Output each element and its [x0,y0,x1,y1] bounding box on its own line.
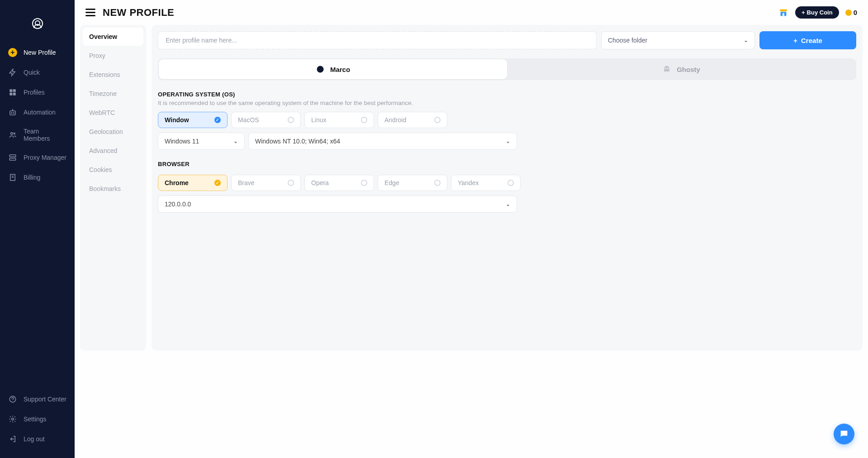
radio-icon [434,180,441,186]
os-options: Window MacOS Linux Android [158,112,856,128]
folder-select[interactable]: Choose folder ⌄ [601,31,755,49]
tab-ghosty[interactable]: Ghosty [507,59,855,79]
os-option-label: Linux [311,116,326,124]
radio-icon [508,180,514,186]
sidebar-item-label: Automation [24,109,56,116]
svg-rect-19 [783,13,784,15]
os-option-macos[interactable]: MacOS [231,112,301,128]
receipt-icon [8,173,17,182]
os-selects: Windows 11 ⌄ Windows NT 10.0; Win64; x64… [158,133,856,150]
subnav-timezone[interactable]: Timezone [83,85,143,103]
svg-rect-3 [13,93,16,95]
sidebar-item-billing[interactable]: Billing [0,167,75,187]
os-option-label: MacOS [238,116,259,124]
sidebar-item-label: Quick [24,69,40,76]
plus-icon: + [793,37,797,44]
profile-name-input[interactable] [158,31,597,49]
browser-option-label: Chrome [165,179,189,186]
tab-label: Ghosty [677,66,700,73]
hamburger-icon[interactable] [85,9,95,16]
folder-select-label: Choose folder [608,37,647,44]
chat-bubble-button[interactable] [834,424,854,444]
subnav-bookmarks[interactable]: Bookmarks [83,180,143,198]
svg-point-21 [665,68,666,69]
browser-option-yandex[interactable]: Yandex [451,175,521,191]
browser-option-chrome[interactable]: Chrome [158,175,228,191]
tabs: Marco Ghosty [158,58,856,80]
svg-point-22 [667,68,669,69]
gear-icon [8,415,17,424]
browser-selects: 120.0.0.0 ⌄ [158,196,856,213]
sidebar-item-profiles[interactable]: Profiles [0,82,75,102]
sidebar: + New Profile Quick Profiles Automation … [0,0,75,458]
subnav-advanced[interactable]: Advanced [83,142,143,160]
browser-section-title: BROWSER [158,161,856,167]
browser-option-edge[interactable]: Edge [378,175,447,191]
svg-point-20 [317,66,323,73]
radio-icon [288,117,294,123]
svg-rect-2 [9,93,12,95]
browser-option-label: Brave [238,179,255,186]
header: NEW PROFILE + Buy Coin 0 [75,0,868,25]
sidebar-item-label: Profiles [24,89,45,96]
chevron-down-icon: ⌄ [506,201,510,207]
subnav-cookies[interactable]: Cookies [83,161,143,179]
sidebar-item-proxy-manager[interactable]: Proxy Manager [0,148,75,167]
radio-icon [288,180,294,186]
subnav-extensions[interactable]: Extensions [83,66,143,84]
sidebar-item-support[interactable]: Support Center [0,389,75,409]
browser-option-brave[interactable]: Brave [231,175,301,191]
svg-rect-1 [13,89,16,92]
sidebar-item-settings[interactable]: Settings [0,409,75,429]
os-option-linux[interactable]: Linux [304,112,374,128]
sidebar-item-automation[interactable]: Automation [0,102,75,122]
coin-icon [845,10,852,16]
os-option-window[interactable]: Window [158,112,228,128]
os-section-title: OPERATING SYSTEM (OS) [158,91,856,98]
header-right: + Buy Coin 0 [778,6,857,19]
create-button[interactable]: + Create [759,31,856,49]
svg-point-5 [11,113,12,114]
svg-point-16 [12,418,14,420]
browser-version-select[interactable]: 120.0.0.0 ⌄ [158,196,517,213]
coin-balance[interactable]: 0 [845,9,857,16]
bolt-icon [8,68,17,77]
grid-icon [8,88,17,97]
sidebar-item-team-members[interactable]: Team Members [0,122,75,148]
browser-option-opera[interactable]: Opera [304,175,374,191]
content: Overview Proxy Extensions Timezone WebRT… [75,25,868,356]
os-option-label: Window [165,116,189,124]
buy-coin-button[interactable]: + Buy Coin [795,6,839,19]
subnav-overview[interactable]: Overview [83,28,143,46]
os-version-value: Windows 11 [165,138,199,145]
svg-point-8 [11,133,13,135]
chevron-down-icon: ⌄ [744,37,748,43]
page-title: NEW PROFILE [103,7,174,19]
sidebar-item-new-profile[interactable]: + New Profile [0,43,75,62]
tab-label: Marco [330,66,350,73]
sidebar-item-logout[interactable]: Log out [0,429,75,449]
chevron-down-icon: ⌄ [506,138,510,144]
tab-marco[interactable]: Marco [159,59,507,79]
subnav-webrtc[interactable]: WebRTC [83,104,143,122]
browser-option-label: Edge [384,179,399,186]
svg-rect-11 [9,158,16,161]
create-label: Create [801,37,822,44]
toprow: Choose folder ⌄ + Create [158,31,856,49]
os-option-android[interactable]: Android [378,112,447,128]
proxy-icon [8,153,17,162]
sidebar-item-quick[interactable]: Quick [0,62,75,82]
user-agent-select[interactable]: Windows NT 10.0; Win64; x64 ⌄ [248,133,517,150]
subnav-proxy[interactable]: Proxy [83,47,143,65]
balance-value: 0 [854,9,857,16]
os-option-label: Android [384,116,406,124]
store-icon[interactable] [778,7,789,18]
os-version-select[interactable]: Windows 11 ⌄ [158,133,245,150]
avatar-icon[interactable] [32,18,43,29]
sidebar-item-label: Log out [24,435,45,443]
svg-point-6 [14,113,14,114]
plus-icon: + [8,48,17,57]
subnav-geolocation[interactable]: Geolocation [83,123,143,141]
marco-icon [316,65,325,74]
main: NEW PROFILE + Buy Coin 0 Overview Proxy [75,0,868,458]
